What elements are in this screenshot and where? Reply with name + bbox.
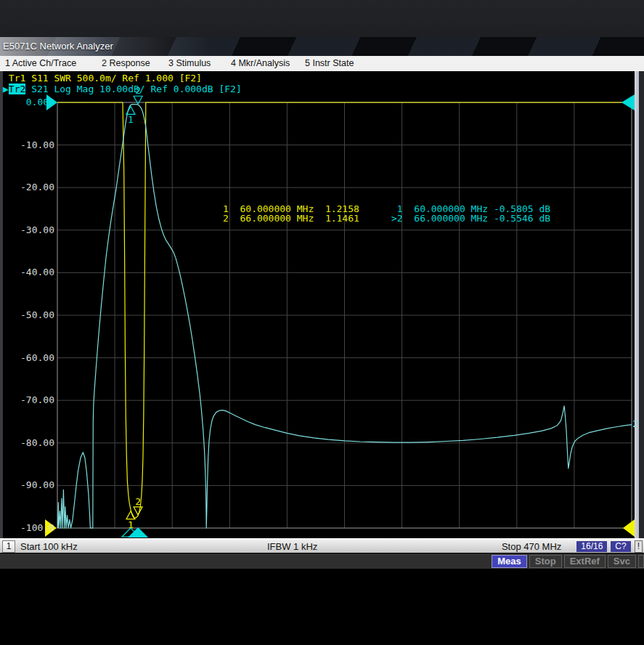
menu-item-3[interactable]: 3 Stimulus (168, 58, 211, 68)
tr1-ref-triangle-right (623, 519, 635, 537)
softkey-clipped[interactable] (638, 555, 644, 568)
y-axis-tick-9: -90.00 (2, 479, 54, 490)
plot-area: 1212 (0, 71, 644, 538)
softkey-svc[interactable]: Svc (608, 555, 636, 568)
marker2-tr1-glyph[interactable] (134, 507, 142, 515)
status-bar: 1 Start 100 kHz IFBW 1 kHz Stop 470 MHz … (0, 538, 644, 553)
softkey-toolbar: MeasStopExtRefSvc (0, 553, 644, 569)
y-axis-tick-1: -10.00 (2, 139, 54, 150)
y-axis-tick-8: -80.00 (2, 437, 54, 448)
marker2-tr2-glyph[interactable] (134, 96, 142, 104)
trace2-status-line[interactable]: ▶Tr2 S21 Log Mag 10.00dB/ Ref 0.000dB [F… (3, 84, 242, 94)
tr2-ref-triangle-right (621, 94, 635, 110)
trace1-status-line[interactable]: Tr1 S11 SWR 500.0m/ Ref 1.000 [F2] (3, 73, 202, 84)
start-frequency-label: Start 100 kHz (20, 541, 78, 552)
trace1-params: S11 SWR 500.0m/ Ref 1.000 [F2] (25, 73, 202, 84)
marker1-tr2-label: 1 (128, 114, 134, 125)
status-badge-1616: 16/16 (576, 541, 607, 552)
menu-item-1[interactable]: 1 Active Ch/Trace (5, 58, 76, 68)
title-bar: E5071C Network Analyzer (0, 37, 644, 56)
status-badge-c: C? (611, 541, 630, 552)
y-axis-tick-2: -20.00 (2, 182, 54, 192)
y-axis-tick-4: -40.00 (2, 267, 54, 277)
status-badge-: ! (635, 540, 643, 553)
marker-row-tr1-2: 2 66.000000 MHz 1.1461 (223, 214, 359, 223)
softkey-group: MeasStopExtRefSvc (492, 555, 644, 568)
y-axis-tick-7: -70.00 (2, 394, 54, 405)
softkey-meas[interactable]: Meas (492, 555, 527, 568)
trace1-name: Tr1 (3, 73, 25, 84)
y-axis-tick-3: -30.00 (2, 224, 54, 235)
menu-bar: 1 Active Ch/Trace2 Response3 Stimulus4 M… (0, 56, 644, 72)
menu-item-5[interactable]: 5 Instr State (305, 58, 354, 68)
softkey-stop[interactable]: Stop (529, 555, 562, 568)
y-axis-tick-10: -100.0 (2, 522, 54, 533)
stop-frequency-label: Stop 470 MHz (502, 541, 561, 552)
menu-item-2[interactable]: 2 Response (102, 58, 150, 68)
trace2-end-label: 2 (632, 418, 638, 429)
ifbw-label: IFBW 1 kHz (267, 541, 317, 552)
app-window: E5071C Network Analyzer 1 Active Ch/Trac… (0, 0, 644, 645)
window-title: E5071C Network Analyzer (3, 41, 113, 52)
status-bar-right: Stop 470 MHz 16/16C?! (502, 540, 643, 553)
y-axis-tick-6: -60.00 (2, 352, 54, 363)
trace2-name-chip: Tr2 (9, 84, 25, 94)
instrument-display: 1212 Tr1 S11 SWR 500.0m/ Ref 1.000 [F2] … (0, 71, 644, 538)
window-top-band (0, 0, 644, 37)
active-trace-arrow-icon: ▶ (3, 84, 9, 94)
y-axis-tick-0: 0.000 (2, 97, 54, 108)
trace2-params: S21 Log Mag 10.00dB/ Ref 0.000dB [F2] (25, 84, 241, 94)
channel-number-box: 1 (2, 540, 15, 553)
menu-item-4[interactable]: 4 Mkr/Analysis (231, 58, 290, 68)
softkey-extref[interactable]: ExtRef (564, 555, 606, 568)
marker2-tr1-label: 2 (135, 496, 141, 507)
marker-row-tr2-2: >2 66.000000 MHz -0.5546 dB (391, 214, 550, 223)
bottom-blank-area (0, 569, 644, 645)
y-axis-tick-5: -50.00 (2, 309, 54, 320)
